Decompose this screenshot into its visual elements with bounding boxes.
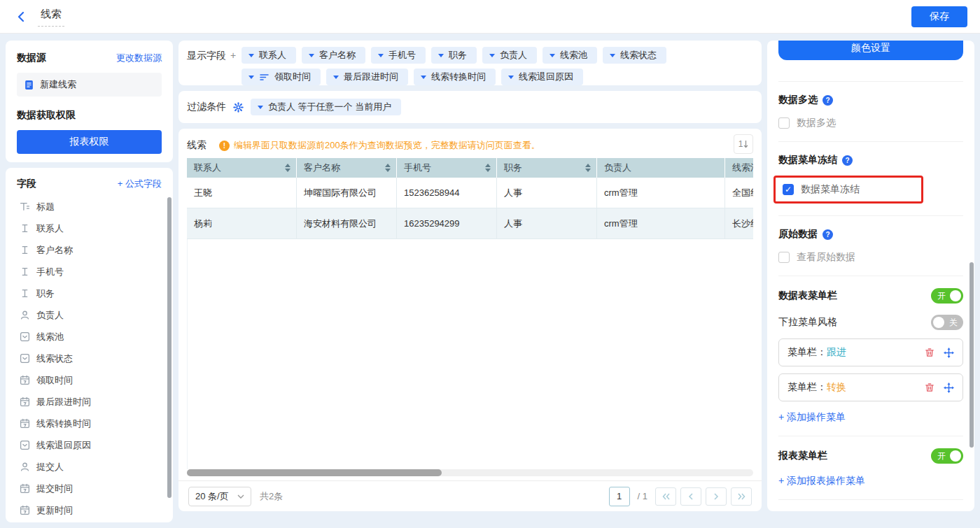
field-item[interactable]: 线索池	[17, 326, 162, 348]
add-display-field-button[interactable]: +	[230, 50, 236, 61]
settings-panel: 颜色设置 数据多选 ? 数据多选 数据菜单冻结 ? ✓	[767, 41, 974, 511]
filter-label: 过滤条件	[187, 101, 226, 113]
add-formula-field-link[interactable]: + 公式字段	[118, 178, 162, 190]
field-item[interactable]: 更新时间	[17, 499, 162, 521]
first-page-button[interactable]	[655, 487, 676, 506]
chip-row: 联系人客户名称手机号职务负责人线索池线索状态	[241, 47, 666, 64]
add-report-action-menu-link[interactable]: + 添加报表操作菜单	[778, 475, 865, 487]
last-page-button[interactable]	[731, 487, 752, 506]
sort-order-button[interactable]: 1	[734, 134, 753, 154]
column-header[interactable]: 联系人	[187, 158, 297, 178]
page-size-select[interactable]: 20 条/页	[188, 487, 251, 506]
field-item[interactable]: 领取时间	[17, 369, 162, 391]
menu-bar-item[interactable]: 菜单栏：跟进	[778, 338, 963, 366]
previous-page-button[interactable]	[680, 487, 701, 506]
page-title[interactable]: 线索	[38, 6, 64, 27]
sort-arrows-icon[interactable]	[585, 164, 591, 172]
display-fields-card: 显示字段+ 联系人客户名称手机号职务负责人线索池线索状态领取时间最后跟进时间线索…	[178, 41, 762, 85]
field-label: 客户名称	[36, 244, 73, 257]
help-icon[interactable]: ?	[822, 95, 833, 106]
table-cell: 全国线索	[725, 178, 753, 208]
field-item[interactable]: 联系人	[17, 217, 162, 239]
column-header[interactable]: 职务	[497, 158, 597, 178]
table-menu-section: 数据表菜单栏 开 下拉菜单风格 关 菜单栏：跟进菜单栏：转换 + 添加操作菜单	[778, 276, 963, 436]
multi-select-checkbox[interactable]	[778, 117, 790, 129]
move-icon[interactable]	[944, 383, 954, 393]
move-icon[interactable]	[944, 348, 954, 358]
app-window: 线索 保存 数据源 更改数据源 新建线索 数据获取权限 报表权限	[0, 0, 980, 528]
table-menu-toggle[interactable]: 开	[931, 288, 963, 304]
display-field-chip[interactable]: 线索池	[542, 47, 597, 64]
color-settings-button[interactable]: 颜色设置	[778, 41, 963, 60]
report-permission-button[interactable]: 报表权限	[17, 130, 162, 154]
trash-icon[interactable]	[925, 383, 934, 392]
raw-data-checkbox[interactable]	[778, 252, 790, 263]
text-field-icon	[20, 266, 30, 277]
display-field-chip[interactable]: 负责人	[482, 47, 537, 64]
raw-data-checkbox-row[interactable]: 查看原始数据	[778, 251, 963, 264]
horizontal-scrollbar-thumb[interactable]	[187, 469, 442, 476]
display-field-chip[interactable]: 联系人	[241, 47, 296, 64]
field-item[interactable]: 职务	[17, 283, 162, 304]
field-item[interactable]: 手机号	[17, 261, 162, 283]
display-field-chip[interactable]: 最后跟进时间	[326, 69, 408, 85]
left-sidebar: 数据源 更改数据源 新建线索 数据获取权限 报表权限 字段 + 公式字段 标题联…	[6, 41, 173, 522]
sort-arrows-icon[interactable]	[485, 164, 491, 172]
display-field-chip[interactable]: 客户名称	[302, 47, 365, 64]
field-item[interactable]: 标题	[17, 196, 162, 217]
save-button[interactable]: 保存	[911, 6, 967, 27]
display-field-chip[interactable]: 线索状态	[603, 47, 666, 64]
sort-arrows-icon[interactable]	[385, 164, 391, 172]
chevron-down-icon	[248, 54, 254, 57]
chevron-down-icon	[248, 76, 254, 79]
change-datasource-link[interactable]: 更改数据源	[116, 52, 162, 64]
field-item[interactable]: 提交时间	[17, 478, 162, 499]
raw-data-title: 原始数据	[778, 228, 818, 241]
sort-down-icon	[285, 169, 290, 172]
datasource-item[interactable]: 新建线索	[17, 73, 162, 97]
back-icon[interactable]	[13, 9, 28, 24]
multi-select-checkbox-row[interactable]: 数据多选	[778, 117, 963, 129]
column-header[interactable]: 手机号	[397, 158, 497, 178]
menu-bar-item[interactable]: 菜单栏：转换	[778, 373, 963, 401]
field-item[interactable]: 提交人	[17, 456, 162, 478]
field-item[interactable]: 最后跟进时间	[17, 391, 162, 413]
help-icon[interactable]: ?	[842, 155, 853, 166]
filter-settings-gear-icon[interactable]	[233, 102, 244, 113]
field-item[interactable]: 负责人	[17, 304, 162, 326]
help-icon[interactable]: ?	[822, 229, 833, 240]
date-field-icon	[20, 375, 30, 385]
table-menu-title: 数据表菜单栏	[778, 290, 837, 302]
table-body: 王晓坤曜国际有限公司15236258944人事crm管理全国线索杨莉海安材料有限…	[187, 178, 753, 239]
field-item[interactable]: 客户名称	[17, 239, 162, 261]
dropdown-style-label: 下拉菜单风格	[778, 316, 837, 329]
field-item[interactable]: 线索转换时间	[17, 413, 162, 434]
sort-up-icon	[385, 164, 391, 167]
filter-condition-chip[interactable]: 负责人 等于任意一个 当前用户	[251, 99, 401, 115]
trash-icon[interactable]	[925, 348, 934, 357]
column-header-label: 线索池	[732, 162, 753, 174]
add-action-menu-link[interactable]: + 添加操作菜单	[778, 411, 846, 424]
dropdown-style-toggle[interactable]: 关	[931, 315, 963, 330]
display-field-chip[interactable]: 职务	[431, 47, 477, 64]
field-label: 领取时间	[36, 374, 73, 387]
field-item[interactable]: 线索退回原因	[17, 434, 162, 456]
display-field-chip[interactable]: 手机号	[371, 47, 426, 64]
chevron-down-icon	[508, 76, 514, 79]
table-cell: 15236258944	[397, 178, 497, 208]
display-field-chip[interactable]: 线索转换时间	[414, 69, 496, 85]
column-header[interactable]: 客户名称	[297, 158, 397, 178]
display-field-chip[interactable]: 领取时间	[241, 69, 321, 85]
panel-scrollbar[interactable]	[969, 262, 974, 448]
fields-card: 字段 + 公式字段 标题联系人客户名称手机号职务负责人线索池线索状态领取时间最后…	[6, 168, 173, 522]
menu-freeze-checkbox[interactable]: ✓	[783, 184, 794, 195]
next-page-button[interactable]	[706, 487, 727, 506]
sort-down-icon	[485, 169, 491, 172]
fields-scrollbar[interactable]	[167, 197, 172, 498]
sort-arrows-icon[interactable]	[285, 164, 290, 172]
display-field-chip[interactable]: 线索退回原因	[501, 69, 583, 85]
report-menu-toggle[interactable]: 开	[931, 448, 963, 464]
date-field-icon	[20, 505, 30, 515]
current-page-input[interactable]: 1	[609, 487, 630, 506]
field-item[interactable]: 线索状态	[17, 348, 162, 369]
